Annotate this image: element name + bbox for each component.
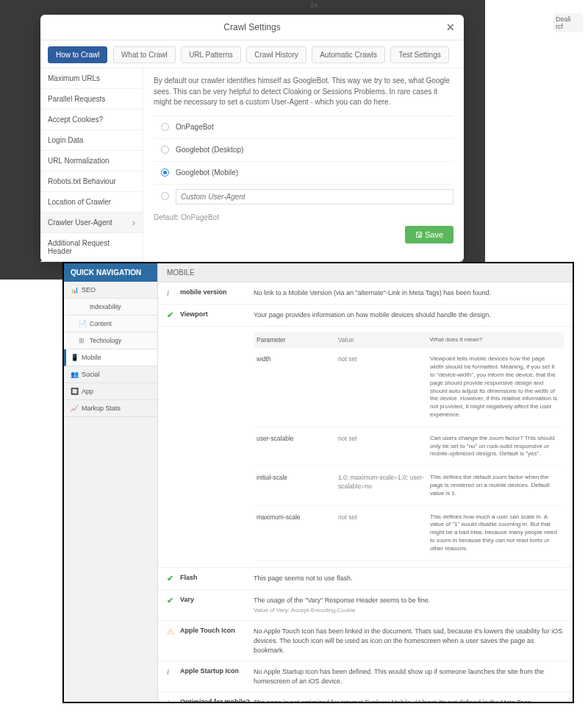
bg-snippet: Dealircf — [553, 13, 583, 32]
radio-custom[interactable] — [154, 184, 453, 209]
modal-sidebar: Maximum URLs Parallel Requests Accept Co… — [40, 68, 143, 262]
nav-label: Technology — [90, 337, 121, 344]
sidebar-accept-cookies[interactable]: Accept Cookies? — [40, 110, 143, 130]
nav-icon: 📄 — [79, 321, 85, 327]
status-icon: i — [167, 698, 180, 702]
vp-value: not set — [338, 355, 430, 419]
qn-item-seo[interactable]: 📊SEO — [64, 282, 157, 299]
crawl-settings-modal: Crawl Settings ✕ How to Crawl What to Cr… — [40, 15, 464, 262]
vp-param: user-scalable — [254, 435, 338, 458]
nav-label: Content — [90, 320, 112, 327]
radio-icon — [161, 123, 169, 131]
qn-header: QUICK NAVIGATION — [64, 263, 157, 282]
bg-number: 24 — [310, 1, 318, 9]
qn-item-mobile[interactable]: 📱Mobile — [64, 349, 157, 366]
vp-value: not set — [338, 513, 430, 553]
sidebar-location[interactable]: Location of Crawler — [40, 192, 143, 213]
modal-content: By default our crawler identifies himsel… — [143, 68, 464, 262]
close-icon[interactable]: ✕ — [446, 21, 455, 33]
sidebar-parallel-requests[interactable]: Parallel Requests — [40, 89, 143, 110]
row-label: Apple Startup Icon — [180, 667, 254, 686]
sidebar-robots-txt[interactable]: Robots.txt Behaviour — [40, 171, 143, 192]
modal-tabs: How to Crawl What to Crawl URL Patterns … — [40, 40, 464, 68]
status-icon: ⚠ — [167, 627, 180, 655]
tab-url-patterns[interactable]: URL Patterns — [181, 46, 241, 63]
row-value: No Apple Touch Icon has been linked in t… — [254, 627, 564, 655]
tab-crawl-history[interactable]: Crawl History — [246, 46, 306, 63]
qn-item-social[interactable]: 👥Social — [64, 366, 157, 383]
save-button[interactable]: Save — [405, 226, 453, 243]
qn-item-content[interactable]: 📄Content — [64, 316, 157, 332]
row-value: No Apple Startup Icon has been defined. … — [254, 667, 564, 686]
status-icon: ✔ — [167, 574, 180, 583]
vp-meaning: This defines how much a user can scale i… — [430, 513, 564, 553]
mobile-row: iApple Startup IconNo Apple Startup Icon… — [158, 661, 573, 692]
vp-row: initial-scale1.0; maximum-scale=1.0; use… — [254, 466, 564, 505]
section-header: MOBILE — [158, 263, 573, 282]
nav-icon — [79, 304, 85, 310]
vp-meaning: Viewpoint tells mobile devices how the p… — [430, 355, 564, 419]
status-icon: i — [167, 667, 180, 686]
nav-label: Markup Stats — [82, 405, 121, 412]
qn-item-indexability[interactable]: Indexability — [64, 299, 157, 316]
sidebar-maximum-urls[interactable]: Maximum URLs — [40, 68, 143, 89]
row-value: No link to a Mobile Version (via an "alt… — [254, 288, 564, 298]
nav-icon: 📱 — [71, 355, 77, 361]
nav-icon: 🔲 — [71, 388, 77, 395]
nav-icon: ⊞ — [79, 338, 85, 344]
modal-title: Crawl Settings — [51, 22, 453, 32]
radio-googlebot-desktop[interactable]: Googlebot (Desktop) — [154, 138, 453, 161]
status-icon: ✔ — [167, 310, 180, 320]
radio-icon — [161, 168, 169, 177]
vp-param: maximum-scale — [254, 513, 338, 553]
vp-meaning: This defines the default zoom factor whe… — [430, 474, 564, 497]
tab-what-to-crawl[interactable]: What to Crawl — [113, 46, 176, 63]
viewport-table: ParameterValueWhat does it mean?widthnot… — [254, 332, 564, 561]
radio-onpagebot[interactable]: OnPageBot — [154, 115, 453, 138]
nav-label: SEO — [82, 286, 96, 294]
status-icon: i — [167, 288, 180, 298]
qn-item-app[interactable]: 🔲App — [64, 383, 157, 400]
default-note: Default: OnPageBot — [154, 213, 453, 221]
nav-label: App — [82, 388, 93, 395]
qn-item-technology[interactable]: ⊞Technology — [64, 332, 157, 349]
status-icon: ✔ — [167, 596, 180, 615]
nav-icon: 📈 — [71, 405, 77, 412]
sidebar-request-header[interactable]: Additional Request Header — [40, 233, 143, 262]
radio-googlebot-mobile[interactable]: Googlebot (Mobile) — [154, 161, 453, 184]
tab-how-to-crawl[interactable]: How to Crawl — [48, 46, 107, 63]
nav-label: Social — [82, 371, 100, 378]
sidebar-login-data[interactable]: Login Data — [40, 130, 143, 151]
nav-label: Mobile — [82, 354, 101, 361]
qn-item-markup-stats[interactable]: 📈Markup Stats — [64, 400, 157, 417]
row-value: Your page provides information on how mo… — [254, 310, 564, 320]
quick-navigation: QUICK NAVIGATION 📊SEOIndexability📄Conten… — [64, 263, 158, 702]
row-label: Apple Touch Icon — [180, 627, 254, 655]
vp-param: width — [254, 355, 338, 419]
main-content: MOBILE imobile versionNo link to a Mobil… — [158, 263, 573, 702]
tab-automatic-crawls[interactable]: Automatic Crawls — [312, 46, 385, 63]
sidebar-user-agent[interactable]: Crawler User-Agent — [40, 213, 143, 233]
mobile-row: ✔FlashThis page seems not to use flash. — [158, 568, 573, 590]
mobile-row: ⚠Apple Touch IconNo Apple Touch Icon has… — [158, 621, 573, 661]
mobile-row: ✔VaryThe usage of the "Vary" Response He… — [158, 590, 573, 622]
row-label: Vary — [180, 596, 254, 615]
row-value: The page is not optimized for Internet E… — [254, 698, 564, 702]
nav-icon: 👥 — [71, 371, 77, 378]
row-value: The usage of the "Vary" Response Header … — [254, 596, 564, 615]
vp-value: 1.0; maximum-scale=1.0; user-scalable=no — [338, 474, 430, 497]
mobile-row: ✔ViewportYour page provides information … — [158, 305, 573, 327]
radio-label: OnPageBot — [176, 123, 214, 131]
radio-icon — [161, 192, 169, 200]
viewport-table-section: ParameterValueWhat does it mean?widthnot… — [158, 327, 573, 568]
description-text: By default our crawler identifies himsel… — [154, 76, 453, 108]
sidebar-url-normalization[interactable]: URL Normalization — [40, 151, 143, 171]
radio-icon — [161, 146, 169, 154]
vp-meaning: Can users change the zoom factor? This s… — [430, 435, 564, 458]
mobile-seo-panel: QUICK NAVIGATION 📊SEOIndexability📄Conten… — [62, 262, 574, 703]
vp-value: not set — [338, 435, 430, 458]
tab-test-settings[interactable]: Test Settings — [390, 46, 448, 63]
row-label: mobile version — [180, 288, 254, 298]
nav-icon: 📊 — [71, 287, 77, 294]
custom-user-agent-input[interactable] — [176, 189, 453, 204]
